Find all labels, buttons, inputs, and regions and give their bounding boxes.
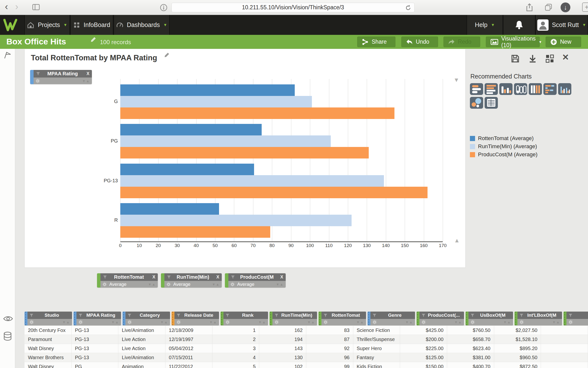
database-icon[interactable] (3, 331, 12, 341)
filter-icon[interactable] (225, 314, 230, 317)
chart-type-bars-horizontal-icon[interactable] (485, 83, 498, 95)
column-header-runtime-min-[interactable]: RunTime(Min)▼▲ (270, 312, 317, 325)
filter-icon[interactable] (167, 275, 171, 279)
sort-triangles-icon[interactable]: ▼▲ (82, 79, 90, 83)
filter-icon[interactable] (127, 314, 132, 317)
column-header-mpaa-rating[interactable]: MPAA Rating▼▲ (74, 312, 121, 325)
column-header-release-date[interactable]: Release Date▼▲ (172, 312, 219, 325)
page-info-icon[interactable] (160, 4, 168, 12)
share-button[interactable]: Share (357, 37, 395, 47)
sort-triangles-icon[interactable]: ▼▲ (276, 282, 284, 286)
address-bar[interactable]: 10.211.55.10/Vision/Vision/ThinkSpace/3 (172, 3, 415, 12)
gear-icon[interactable] (274, 320, 279, 324)
sort-triangles-icon[interactable]: ▼▲ (258, 320, 266, 324)
dimension-pill-mpaa-rating[interactable]: MPAA RatingX▼▲ (30, 70, 92, 84)
gear-icon[interactable] (470, 320, 475, 324)
downloads-button[interactable]: ↓ (561, 2, 570, 12)
gear-icon[interactable] (421, 320, 426, 324)
undo-button[interactable]: Undo (401, 37, 438, 47)
chart-bar[interactable] (120, 175, 384, 187)
filter-icon[interactable] (176, 314, 181, 317)
gear-icon[interactable] (230, 282, 235, 287)
sort-triangles-icon[interactable]: ▼▲ (503, 320, 511, 324)
sort-triangles-icon[interactable]: ▼▲ (212, 282, 220, 286)
sort-triangles-icon[interactable]: ▼▲ (62, 320, 70, 324)
chart-bar[interactable] (120, 96, 312, 107)
sort-triangles-icon[interactable]: ▼▲ (552, 320, 560, 324)
chart-bar[interactable] (120, 107, 394, 119)
table-row[interactable]: ParamountPG-13Live Action12/19/199721948… (24, 335, 588, 344)
help-menu[interactable]: Help ▼ (467, 15, 503, 35)
chart-type-stacked-bars-horizontal-icon[interactable] (543, 83, 557, 95)
chart-bar[interactable] (120, 135, 331, 147)
gear-icon[interactable] (36, 79, 40, 83)
chart-bar[interactable] (120, 147, 369, 158)
chart-bar[interactable] (120, 215, 352, 226)
remove-pill-button[interactable]: X (85, 71, 89, 76)
filter-icon[interactable] (36, 72, 40, 76)
filter-icon[interactable] (29, 314, 34, 317)
share-page-icon[interactable] (526, 3, 533, 12)
column-header-rank[interactable]: Rank▼▲ (220, 312, 268, 325)
sort-triangles-icon[interactable]: ▼▲ (307, 320, 315, 324)
column-header-studio[interactable]: Studio▼▲ (24, 312, 72, 325)
filter-icon[interactable] (372, 314, 377, 317)
gear-icon[interactable] (166, 282, 171, 287)
filter-icon[interactable] (103, 275, 107, 279)
back-button[interactable]: ‹ (5, 1, 8, 12)
reload-icon[interactable] (405, 5, 411, 11)
edit-chart-title-icon[interactable] (164, 52, 170, 58)
eye-icon[interactable] (3, 315, 13, 322)
column-header-genre[interactable]: Genre▼▲ (368, 312, 415, 325)
download-visualization-icon[interactable] (528, 54, 537, 63)
app-logo[interactable] (3, 19, 18, 31)
flag-icon[interactable] (3, 51, 12, 60)
table-row[interactable]: Warner BrothersPG-13Live/Animation07/15/… (24, 353, 588, 362)
scroll-up-triangle-icon[interactable]: ▼ (453, 77, 459, 83)
sort-triangles-icon[interactable]: ▼▲ (148, 282, 156, 286)
chart-bar[interactable] (120, 187, 428, 198)
gear-icon[interactable] (102, 282, 107, 287)
gear-icon[interactable] (78, 320, 83, 324)
filter-icon[interactable] (78, 314, 83, 317)
table-row[interactable]: 20th Century FoxPG-13Live/Animation12/18… (24, 326, 588, 335)
nav-item-projects[interactable]: Projects▼ (24, 15, 70, 35)
remove-pill-button[interactable]: X (151, 275, 155, 280)
filter-icon[interactable] (568, 314, 573, 317)
column-header-int-lboxof-m[interactable]: Int'LBoxOf(M▼▲ (514, 312, 562, 325)
chart-bar[interactable] (120, 203, 219, 215)
forward-button[interactable]: › (15, 1, 18, 12)
user-menu[interactable]: Scott Rutt ▼ (535, 15, 588, 35)
chart-bar[interactable] (120, 84, 295, 96)
sort-triangles-icon[interactable]: ▼▲ (160, 320, 168, 324)
nav-item-dashboards[interactable]: Dashboards▼ (114, 15, 170, 35)
measure-pill-rottentomat[interactable]: RottenTomatXAverage▼▲ (97, 273, 158, 288)
gear-icon[interactable] (225, 320, 230, 324)
gear-icon[interactable] (519, 320, 524, 324)
column-header-rottentomat[interactable]: RottenTomat▼▲ (318, 312, 366, 325)
table-row[interactable]: Walt DisneyPG-13Live Action05/04/2012314… (24, 344, 588, 353)
filter-icon[interactable] (231, 275, 235, 279)
sort-triangles-icon[interactable]: ▼▲ (356, 320, 364, 324)
new-button[interactable]: New (546, 37, 581, 47)
measure-pill-produccost-m[interactable]: ProducCost(MXAverage▼▲ (225, 273, 286, 288)
filter-icon[interactable] (421, 314, 426, 317)
sort-triangles-icon[interactable]: ▼▲ (209, 320, 217, 324)
column-header-category[interactable]: Category▼▲ (122, 312, 170, 325)
sidebar-toggle-icon[interactable] (32, 4, 40, 10)
gear-icon[interactable] (176, 320, 181, 324)
sort-triangles-icon[interactable]: ▼▲ (111, 320, 119, 324)
chart-bar[interactable] (120, 164, 254, 175)
chart-type-lollipop-vertical-icon[interactable] (514, 83, 527, 95)
chart-type-grouped-histogram-icon[interactable] (558, 83, 571, 95)
chart-type-bars-vertical-icon[interactable] (499, 83, 513, 95)
save-visualization-icon[interactable] (511, 54, 520, 63)
chart-bar[interactable] (120, 124, 262, 135)
nav-item-infoboard[interactable]: InfoBoard (70, 15, 113, 35)
table-row[interactable]: Walt DisneyPGAnimation11/22/2012510299Ki… (24, 362, 588, 368)
column-header-produccost-[interactable]: ProducCost(...▼▲ (416, 312, 464, 325)
gear-icon[interactable] (568, 320, 573, 324)
remove-pill-button[interactable]: X (279, 275, 283, 280)
visualizations-10--button[interactable]: Visualizations (10)▼ (486, 37, 540, 47)
chart-type-columns-icon[interactable] (529, 83, 542, 95)
